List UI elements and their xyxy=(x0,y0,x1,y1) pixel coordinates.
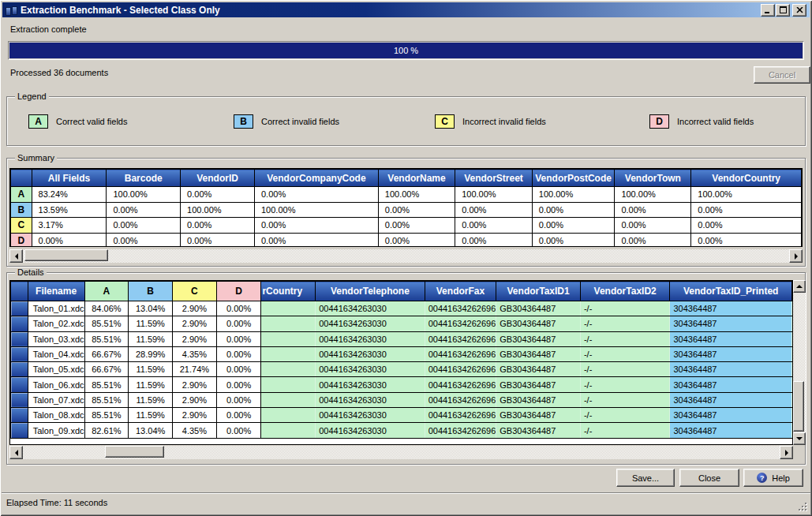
minimize-button[interactable] xyxy=(761,4,775,17)
details-vscroll-track[interactable] xyxy=(793,293,806,432)
details-scroll-down-button[interactable] xyxy=(793,432,806,445)
details-cell: 0.00% xyxy=(216,408,261,423)
details-cell: 00441634263030 xyxy=(316,362,425,377)
details-cell: 00441634262696 xyxy=(425,423,496,438)
details-scroll-left-button[interactable] xyxy=(9,446,23,459)
row-selector[interactable] xyxy=(11,331,28,346)
cancel-button[interactable]: Cancel xyxy=(754,66,810,84)
summary-hscroll-track[interactable] xyxy=(23,249,789,263)
details-column-header[interactable]: VendorTaxID1 xyxy=(496,282,581,301)
summary-cell: 0.00% xyxy=(615,233,691,247)
app-icon[interactable] xyxy=(5,5,17,16)
details-row: Talon_07.xdc85.51%11.59%2.90%0.00%004416… xyxy=(11,392,792,407)
details-scroll-right-button[interactable] xyxy=(780,446,793,459)
details-column-header[interactable]: rCountry xyxy=(261,282,316,301)
resize-grip[interactable] xyxy=(798,502,809,513)
summary-cell: 0.00% xyxy=(691,202,802,218)
row-selector[interactable] xyxy=(11,392,28,407)
details-cell: 28.99% xyxy=(129,346,173,361)
summary-cell: 0.00% xyxy=(455,233,533,247)
details-column-header[interactable]: C xyxy=(173,282,217,301)
details-cell: Talon_06.xdc xyxy=(28,377,84,392)
summary-cell: 0.00% xyxy=(181,187,255,203)
details-cell: Talon_05.xdc xyxy=(28,362,84,377)
details-cell: 2.90% xyxy=(173,377,217,392)
details-cell: 11.59% xyxy=(129,408,173,423)
legend-swatch-A: A xyxy=(28,114,48,129)
arrow-up-icon xyxy=(796,285,803,288)
details-hscroll-thumb[interactable] xyxy=(105,446,164,458)
summary-scroll-right-button[interactable] xyxy=(789,249,803,263)
legend-item-D: DIncorrect valid fields xyxy=(649,114,754,129)
details-cell: 2.90% xyxy=(173,301,217,316)
details-hscrollbar[interactable] xyxy=(9,446,793,459)
summary-column-header[interactable]: VendorCountry xyxy=(691,170,802,187)
row-selector[interactable] xyxy=(11,316,28,331)
details-column-header[interactable]: Filename xyxy=(28,282,84,301)
details-cell: 4.35% xyxy=(173,423,217,438)
summary-table: All FieldsBarcodeVendorIDVendorCompanyCo… xyxy=(10,169,802,247)
row-selector[interactable] xyxy=(11,346,28,361)
summary-hscrollbar[interactable] xyxy=(9,249,803,263)
summary-column-header[interactable]: VendorID xyxy=(181,170,255,187)
cancel-button-label: Cancel xyxy=(769,70,795,80)
details-column-header[interactable]: VendorFax xyxy=(425,282,496,301)
summary-cell: 100.00% xyxy=(615,187,691,203)
help-button[interactable]: ? Help xyxy=(743,469,803,487)
details-scroll-up-button[interactable] xyxy=(793,280,806,293)
row-selector[interactable] xyxy=(11,423,28,438)
summary-cell: 0.00% xyxy=(691,233,802,247)
summary-hscroll-thumb[interactable] xyxy=(24,249,108,261)
summary-cell: 0.00% xyxy=(455,202,533,218)
summary-column-header[interactable]: VendorName xyxy=(378,170,455,187)
details-vscrollbar[interactable] xyxy=(793,280,806,445)
details-cell xyxy=(261,331,316,346)
details-corner-cell xyxy=(11,282,28,301)
details-cell: 11.59% xyxy=(129,331,173,346)
row-selector[interactable] xyxy=(11,377,28,392)
summary-column-header[interactable]: VendorTown xyxy=(615,170,691,187)
details-cell: Talon_09.xdc xyxy=(28,423,84,438)
details-column-header[interactable]: B xyxy=(129,282,173,301)
arrow-left-icon xyxy=(15,253,18,260)
details-cell: 00441634262696 xyxy=(425,408,496,423)
summary-cell: 0.00% xyxy=(615,218,691,234)
row-selector[interactable] xyxy=(11,301,28,316)
details-cell: Talon_04.xdc xyxy=(28,346,84,361)
row-selector[interactable] xyxy=(11,362,28,377)
details-cell: 11.59% xyxy=(129,316,173,331)
details-column-header[interactable]: VendorTaxID_Printed xyxy=(670,282,792,301)
details-cell: 0.00% xyxy=(216,331,261,346)
titlebar[interactable]: Extraction Benchmark - Selected Class On… xyxy=(2,2,810,17)
details-column-header[interactable]: D xyxy=(216,282,261,301)
details-cell: 00441634262696 xyxy=(425,377,496,392)
summary-row-C: C3.17%0.00%0.00%0.00%0.00%0.00%0.00%0.00… xyxy=(11,218,802,234)
close-button[interactable] xyxy=(792,4,806,17)
close-dialog-button[interactable]: Close xyxy=(679,469,739,487)
details-vscroll-thumb[interactable] xyxy=(793,381,804,432)
details-cell: GB304364487 xyxy=(496,377,581,392)
details-cell: 0.00% xyxy=(216,362,261,377)
details-hscroll-track[interactable] xyxy=(23,446,780,459)
row-selector[interactable] xyxy=(11,408,28,423)
summary-column-header[interactable]: Barcode xyxy=(107,170,181,187)
details-cell: 66.67% xyxy=(84,346,129,361)
summary-scroll-left-button[interactable] xyxy=(9,249,23,263)
arrow-right-icon xyxy=(795,253,798,260)
details-cell xyxy=(261,301,316,316)
details-cell xyxy=(261,346,316,361)
summary-column-header[interactable]: VendorCompanyCode xyxy=(255,170,379,187)
details-cell: Talon_02.xdc xyxy=(28,316,84,331)
legend-item-C: CIncorrect invalid fields xyxy=(435,114,546,129)
save-button[interactable]: Save... xyxy=(616,469,675,487)
summary-row-B: B13.59%0.00%100.00%100.00%0.00%0.00%0.00… xyxy=(11,202,802,218)
statusbar-separator xyxy=(2,492,810,494)
summary-column-header[interactable]: All Fields xyxy=(32,170,107,187)
details-column-header[interactable]: A xyxy=(84,282,129,301)
details-column-header[interactable]: VendorTaxID2 xyxy=(580,282,670,301)
summary-cell: 13.59% xyxy=(32,202,107,218)
maximize-button[interactable] xyxy=(776,4,790,17)
summary-column-header[interactable]: VendorPostCode xyxy=(532,170,615,187)
details-column-header[interactable]: VendorTelephone xyxy=(316,282,425,301)
summary-column-header[interactable]: VendorStreet xyxy=(455,170,533,187)
